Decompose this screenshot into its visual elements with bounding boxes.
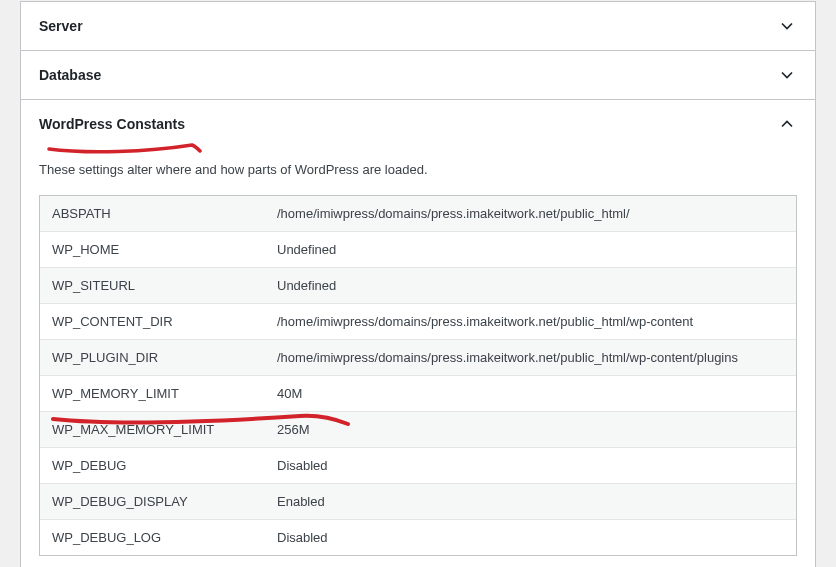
table-row: WP_MAX_MEMORY_LIMIT 256M: [40, 412, 796, 448]
constant-name: WP_CONTENT_DIR: [40, 304, 265, 339]
table-row: WP_PLUGIN_DIR /home/imiwpress/domains/pr…: [40, 340, 796, 376]
constant-value: Enabled: [265, 484, 796, 519]
section-server-title: Server: [39, 18, 83, 34]
table-row: WP_CONTENT_DIR /home/imiwpress/domains/p…: [40, 304, 796, 340]
table-row: WP_HOME Undefined: [40, 232, 796, 268]
constant-value: /home/imiwpress/domains/press.imakeitwor…: [265, 196, 796, 231]
constant-name: WP_PLUGIN_DIR: [40, 340, 265, 375]
constants-table: ABSPATH /home/imiwpress/domains/press.im…: [39, 195, 797, 556]
section-constants-header[interactable]: WordPress Constants: [21, 100, 815, 148]
chevron-down-icon: [777, 65, 797, 85]
table-row: WP_DEBUG_DISPLAY Enabled: [40, 484, 796, 520]
section-database: Database: [20, 50, 816, 100]
constant-value: 40M: [265, 376, 796, 411]
table-row: WP_DEBUG Disabled: [40, 448, 796, 484]
section-server: Server: [20, 1, 816, 51]
section-constants-body: These settings alter where and how parts…: [21, 162, 815, 567]
chevron-down-icon: [777, 16, 797, 36]
section-database-header[interactable]: Database: [21, 51, 815, 99]
constant-value: 256M: [265, 412, 796, 447]
table-row: WP_DEBUG_LOG Disabled: [40, 520, 796, 555]
constant-value: Disabled: [265, 520, 796, 555]
section-database-title: Database: [39, 67, 101, 83]
section-wordpress-constants: WordPress Constants These settings alter…: [20, 99, 816, 567]
constant-value: /home/imiwpress/domains/press.imakeitwor…: [265, 340, 796, 375]
constant-name: ABSPATH: [40, 196, 265, 231]
table-row: WP_MEMORY_LIMIT 40M: [40, 376, 796, 412]
section-server-header[interactable]: Server: [21, 2, 815, 50]
constant-value: Disabled: [265, 448, 796, 483]
constant-name: WP_DEBUG_DISPLAY: [40, 484, 265, 519]
constant-name: WP_MEMORY_LIMIT: [40, 376, 265, 411]
section-constants-title: WordPress Constants: [39, 116, 185, 132]
section-constants-description: These settings alter where and how parts…: [39, 162, 797, 177]
constant-name: WP_SITEURL: [40, 268, 265, 303]
constant-name: WP_MAX_MEMORY_LIMIT: [40, 412, 265, 447]
constant-value: Undefined: [265, 232, 796, 267]
table-row: ABSPATH /home/imiwpress/domains/press.im…: [40, 196, 796, 232]
constant-value: Undefined: [265, 268, 796, 303]
constant-value: /home/imiwpress/domains/press.imakeitwor…: [265, 304, 796, 339]
constant-name: WP_DEBUG_LOG: [40, 520, 265, 555]
table-row: WP_SITEURL Undefined: [40, 268, 796, 304]
chevron-up-icon: [777, 114, 797, 134]
constant-name: WP_HOME: [40, 232, 265, 267]
constant-name: WP_DEBUG: [40, 448, 265, 483]
